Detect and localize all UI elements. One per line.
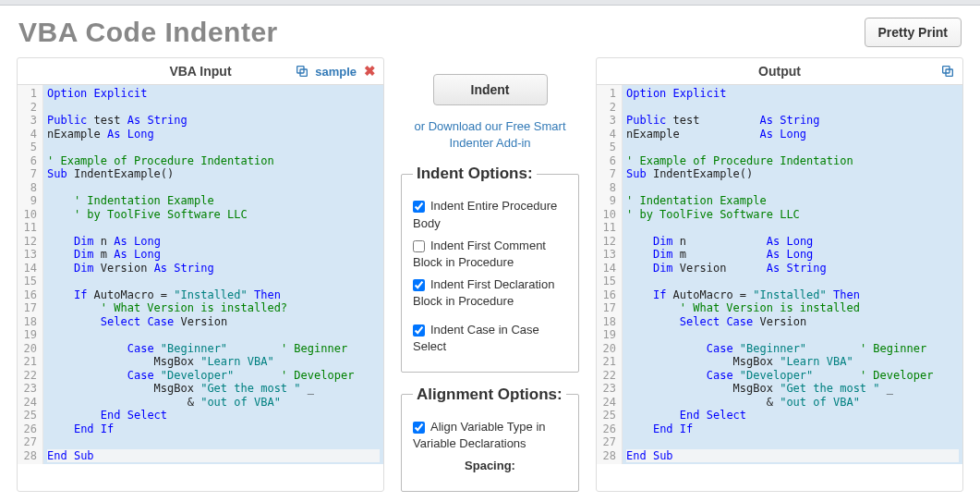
opt-first-decl-label: Indent First Declaration Block in Proced… [413, 277, 554, 308]
opt-case-checkbox[interactable] [413, 324, 425, 337]
options-column: Indent or Download our Free Smart Indent… [401, 57, 579, 492]
opt-first-decl-checkbox[interactable] [413, 279, 425, 291]
opt-indent-body-checkbox[interactable] [413, 201, 425, 213]
input-panel-header: VBA Input sample ✖ [18, 58, 383, 85]
indent-button[interactable]: Indent [433, 74, 548, 105]
input-panel: VBA Input sample ✖ 123456789101112131415… [17, 57, 384, 492]
indent-options-fieldset: Indent Options: Indent Entire Procedure … [401, 165, 579, 373]
input-panel-title: VBA Input [169, 64, 231, 79]
alignment-options-fieldset: Alignment Options: Align Variable Type i… [401, 386, 579, 493]
opt-first-comment-label: Indent First Comment Block in Procedure [413, 239, 546, 269]
page-title: VBA Code Indenter [18, 17, 278, 48]
output-panel-title: Output [758, 64, 801, 79]
download-link[interactable]: or Download our Free Smart Indenter Add-… [401, 118, 579, 152]
indent-options-legend: Indent Options: [413, 165, 537, 183]
spacing-label: Spacing: [413, 458, 567, 474]
header: VBA Code Indenter Pretty Print [0, 6, 980, 57]
opt-case-label: Indent Case in Case Select [413, 323, 539, 353]
output-panel-header: Output [597, 58, 962, 85]
sample-link[interactable]: sample [315, 65, 357, 79]
opt-first-comment-checkbox[interactable] [413, 240, 425, 252]
output-panel: Output 123456789101112131415161718192021… [596, 57, 963, 492]
input-code-editor[interactable]: 1234567891011121314151617181920212223242… [18, 85, 383, 464]
copy-output-icon[interactable] [940, 64, 955, 79]
copy-input-icon[interactable] [295, 64, 309, 79]
alignment-options-legend: Alignment Options: [413, 386, 566, 404]
clear-input-icon[interactable]: ✖ [364, 63, 376, 80]
opt-align-var-label: Align Variable Type in Variable Declarat… [413, 420, 546, 450]
pretty-print-button[interactable]: Pretty Print [865, 18, 962, 47]
output-code-viewer[interactable]: 1234567891011121314151617181920212223242… [597, 85, 962, 464]
opt-indent-body-label: Indent Entire Procedure Body [413, 199, 557, 229]
opt-align-var-checkbox[interactable] [413, 422, 425, 434]
